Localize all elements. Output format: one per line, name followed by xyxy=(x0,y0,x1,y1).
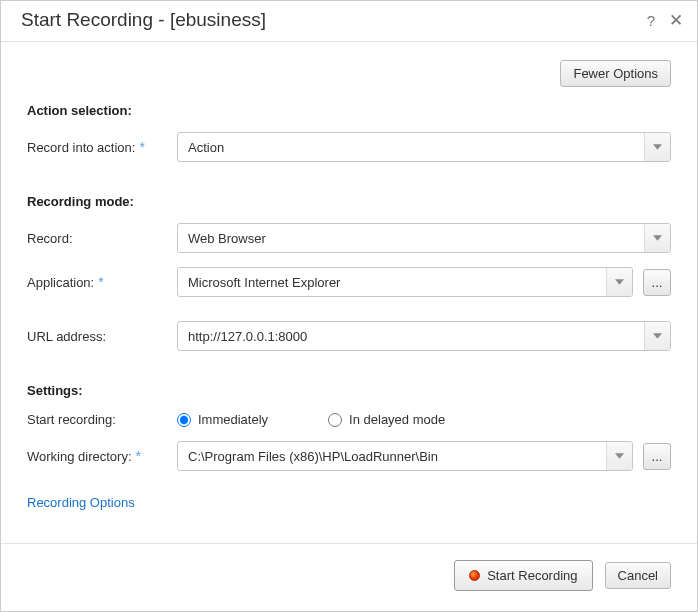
row-application: Application: * ... xyxy=(27,267,671,297)
row-start-recording: Start recording: Immediately In delayed … xyxy=(27,412,671,427)
section-action-selection: Action selection: xyxy=(27,103,671,118)
required-marker: * xyxy=(98,274,103,290)
section-recording-mode: Recording mode: xyxy=(27,194,671,209)
radio-immediately[interactable] xyxy=(177,413,191,427)
action-input[interactable] xyxy=(178,133,644,161)
start-recording-dialog: Start Recording - [ebusiness] ? ✕ Fewer … xyxy=(0,0,698,612)
section-settings: Settings: xyxy=(27,383,671,398)
radio-immediately-label: Immediately xyxy=(198,412,268,427)
record-combo[interactable] xyxy=(177,223,671,253)
help-icon[interactable]: ? xyxy=(647,12,655,29)
row-working-directory: Working directory: * ... xyxy=(27,441,671,471)
radio-delayed-item[interactable]: In delayed mode xyxy=(328,412,445,427)
start-recording-radios: Immediately In delayed mode xyxy=(177,412,445,427)
chevron-down-icon[interactable] xyxy=(644,133,670,161)
required-marker: * xyxy=(136,448,141,464)
label-record: Record: xyxy=(27,231,73,246)
row-record-into-action: Record into action: * xyxy=(27,132,671,162)
action-combo[interactable] xyxy=(177,132,671,162)
radio-delayed[interactable] xyxy=(328,413,342,427)
working-directory-combo[interactable] xyxy=(177,441,633,471)
close-icon[interactable]: ✕ xyxy=(669,10,683,31)
label-record-into-action: Record into action: xyxy=(27,140,135,155)
cancel-button[interactable]: Cancel xyxy=(605,562,671,589)
dialog-body: Fewer Options Action selection: Record i… xyxy=(1,42,697,543)
row-record: Record: xyxy=(27,223,671,253)
dialog-footer: Start Recording Cancel xyxy=(1,543,697,611)
dialog-title: Start Recording - [ebusiness] xyxy=(21,9,266,31)
application-combo[interactable] xyxy=(177,267,633,297)
label-application: Application: xyxy=(27,275,94,290)
application-input[interactable] xyxy=(178,268,606,296)
row-url: URL address: xyxy=(27,321,671,351)
start-recording-button[interactable]: Start Recording xyxy=(454,560,592,591)
top-actions: Fewer Options xyxy=(27,60,671,87)
recording-options-link[interactable]: Recording Options xyxy=(27,495,135,510)
browse-directory-button[interactable]: ... xyxy=(643,443,671,470)
chevron-down-icon[interactable] xyxy=(606,442,632,470)
fewer-options-button[interactable]: Fewer Options xyxy=(560,60,671,87)
titlebar-controls: ? ✕ xyxy=(647,10,683,31)
url-combo[interactable] xyxy=(177,321,671,351)
start-recording-label: Start Recording xyxy=(487,568,577,583)
label-start-recording: Start recording: xyxy=(27,412,116,427)
url-input[interactable] xyxy=(178,322,644,350)
record-input[interactable] xyxy=(178,224,644,252)
browse-application-button[interactable]: ... xyxy=(643,269,671,296)
required-marker: * xyxy=(139,139,144,155)
chevron-down-icon[interactable] xyxy=(606,268,632,296)
radio-delayed-label: In delayed mode xyxy=(349,412,445,427)
record-icon xyxy=(469,570,480,581)
chevron-down-icon[interactable] xyxy=(644,224,670,252)
working-directory-input[interactable] xyxy=(178,442,606,470)
label-working-directory: Working directory: xyxy=(27,449,132,464)
titlebar: Start Recording - [ebusiness] ? ✕ xyxy=(1,1,697,42)
radio-immediately-item[interactable]: Immediately xyxy=(177,412,268,427)
label-url: URL address: xyxy=(27,329,106,344)
chevron-down-icon[interactable] xyxy=(644,322,670,350)
